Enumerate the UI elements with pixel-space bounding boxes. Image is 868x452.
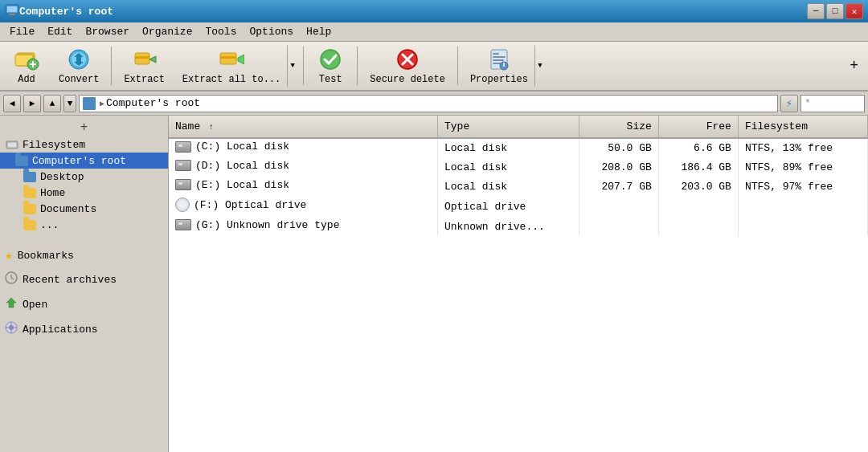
svg-rect-3 (8, 15, 16, 16)
computer-root-label: Computer's root (32, 155, 126, 167)
svg-rect-13 (135, 56, 149, 59)
col-size[interactable]: Size (579, 116, 658, 138)
col-type[interactable]: Type (438, 116, 579, 138)
svg-rect-25 (493, 59, 504, 61)
path-computer-icon (83, 97, 96, 110)
nav-forward-button[interactable]: ▶ (23, 95, 41, 112)
minimize-button[interactable]: ─ (807, 3, 825, 19)
bookmarks-label: Bookmarks (18, 250, 74, 262)
tree-item-documents[interactable]: Documents (0, 201, 168, 217)
file-table: Name ↑ Type Size Free Filesystem (169, 116, 868, 236)
svg-rect-31 (8, 143, 16, 147)
close-button[interactable]: ✕ (845, 3, 863, 19)
table-row[interactable]: (D:) Local diskLocal disk208.0 GB186.4 G… (169, 157, 868, 177)
applications-section[interactable]: Applications (0, 316, 168, 341)
menu-item-help[interactable]: Help (300, 24, 338, 39)
applications-label: Applications (23, 324, 98, 336)
menu-item-file[interactable]: File (3, 24, 41, 39)
nav-back-button[interactable]: ◀ (3, 95, 21, 112)
cell-free: 6.6 GB (658, 138, 738, 157)
documents-icon (23, 202, 37, 215)
more-tools-button[interactable]: + (845, 58, 863, 74)
properties-dropdown[interactable]: ▼ (534, 45, 546, 87)
cell-type: Local disk (438, 157, 579, 177)
col-filesystem[interactable]: Filesystem (738, 116, 867, 138)
right-panel: Name ↑ Type Size Free Filesystem (169, 116, 868, 452)
menu-item-tools[interactable]: Tools (199, 24, 243, 39)
convert-icon (66, 47, 92, 72)
cell-free: 186.4 GB (658, 157, 738, 177)
properties-button[interactable]: Properties (463, 45, 534, 87)
extract-label: Extract (124, 74, 164, 85)
extract-all-icon (219, 47, 244, 72)
sort-arrow: ↑ (209, 123, 214, 132)
svg-rect-23 (493, 53, 499, 55)
properties-button-group: Properties ▼ (463, 45, 546, 87)
cell-filesystem: NTFS, 97% free (738, 177, 867, 196)
desktop-label: Desktop (40, 171, 84, 183)
cell-type: Optical drive (438, 196, 579, 217)
tree-item-computers-root[interactable]: Computer's root (0, 153, 168, 169)
address-bar: ◀ ▶ ▲ ▼ ▶ Computer's root ⚡ * (0, 92, 868, 116)
filesystem-icon (5, 138, 19, 151)
svg-marker-35 (6, 298, 16, 307)
navigate-button[interactable]: ⚡ (780, 95, 798, 112)
left-panel: + Filesystem Computer's root Desktop (0, 116, 169, 452)
tree-item-desktop[interactable]: Desktop (0, 169, 168, 185)
cell-name: (G:) Unknown drive type (169, 217, 438, 236)
extract-button[interactable]: Extract (117, 45, 171, 87)
col-name[interactable]: Name ↑ (169, 116, 438, 138)
test-icon (317, 47, 343, 72)
file-list: (C:) Local diskLocal disk50.0 GB6.6 GBNT… (169, 138, 868, 236)
menu-item-organize[interactable]: Organize (136, 24, 199, 39)
test-label: Test (319, 74, 342, 85)
address-path-container[interactable]: ▶ Computer's root (79, 95, 778, 112)
table-row[interactable]: (G:) Unknown drive typeUnknown drive... (169, 217, 868, 236)
table-row[interactable]: (F:) Optical driveOptical drive (169, 196, 868, 217)
convert-button[interactable]: Convert (51, 45, 106, 87)
cell-size (579, 196, 658, 217)
bookmarks-section[interactable]: ★ Bookmarks (0, 242, 168, 267)
toolbar-sep-2 (303, 47, 304, 85)
menu-item-edit[interactable]: Edit (41, 24, 79, 39)
home-icon (23, 186, 37, 199)
table-row[interactable]: (E:) Local diskLocal disk207.7 GB203.0 G… (169, 177, 868, 196)
svg-point-37 (9, 325, 14, 330)
path-dropdown-button[interactable]: ▼ (63, 95, 76, 112)
extract-all-label: Extract all to... (182, 74, 280, 85)
filesystem-label: Filesystem (23, 139, 85, 151)
svg-marker-14 (149, 56, 156, 63)
home-label: Home (40, 187, 65, 199)
svg-rect-24 (493, 56, 506, 58)
tree-item-more[interactable]: ... (0, 217, 168, 233)
open-icon (5, 296, 18, 313)
filter-input[interactable]: * (800, 95, 865, 112)
open-section[interactable]: Open (0, 291, 168, 316)
extract-all-button[interactable]: Extract all to... (175, 45, 287, 87)
test-button[interactable]: Test (309, 45, 352, 87)
add-button[interactable]: Add (5, 45, 48, 87)
applications-icon (5, 321, 18, 338)
recent-archives-section[interactable]: Recent archives (0, 267, 168, 291)
maximize-button[interactable]: □ (826, 3, 844, 19)
hdd-icon (175, 160, 191, 171)
cell-filesystem: NTFS, 89% free (738, 157, 867, 177)
svg-rect-26 (493, 63, 501, 64)
menu-item-browser[interactable]: Browser (79, 24, 136, 39)
menu-item-options[interactable]: Options (243, 24, 300, 39)
secure-delete-button[interactable]: Secure delete (362, 45, 452, 87)
svg-marker-17 (238, 55, 244, 64)
cell-size: 207.7 GB (579, 177, 658, 196)
extract-all-dropdown[interactable]: ▼ (287, 45, 298, 87)
tree-item-home[interactable]: Home (0, 185, 168, 201)
tree-item-filesystem[interactable]: Filesystem (0, 136, 168, 153)
nav-up-button[interactable]: ▲ (43, 95, 61, 112)
toolbar-sep-4 (457, 47, 458, 85)
cell-filesystem (738, 196, 867, 217)
extract-icon (132, 47, 158, 72)
col-free[interactable]: Free (658, 116, 738, 138)
add-panel-button[interactable]: + (0, 119, 168, 136)
cell-type: Unknown drive... (438, 217, 579, 236)
table-row[interactable]: (C:) Local diskLocal disk50.0 GB6.6 GBNT… (169, 138, 868, 157)
svg-point-29 (503, 63, 505, 64)
